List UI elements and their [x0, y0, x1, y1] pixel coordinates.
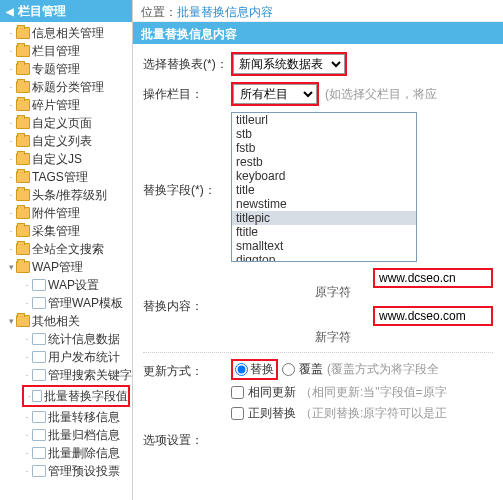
- tree-item[interactable]: ·标题分类管理: [4, 78, 132, 96]
- column-hint: (如选择父栏目，将应: [325, 86, 437, 103]
- label-options: 选项设置：: [143, 428, 231, 449]
- tree-item[interactable]: ·统计信息数据: [20, 330, 132, 348]
- tree-item[interactable]: ·碎片管理: [4, 96, 132, 114]
- nav-tree: ·信息相关管理·栏目管理·专题管理·标题分类管理·碎片管理·自定义页面·自定义列…: [0, 22, 132, 482]
- label-content: 替换内容：: [143, 268, 231, 315]
- tree-item[interactable]: ·自定义列表: [4, 132, 132, 150]
- label-update: 更新方式：: [143, 359, 231, 380]
- new-char-input[interactable]: [373, 306, 493, 326]
- panel-title: 批量替换信息内容: [133, 22, 503, 44]
- tree-item[interactable]: ·栏目管理: [4, 42, 132, 60]
- field-option[interactable]: newstime: [232, 197, 416, 211]
- crumb-link[interactable]: 批量替换信息内容: [177, 5, 273, 19]
- tree-item[interactable]: ▾WAP管理: [4, 258, 132, 276]
- label-field: 替换字段(*)：: [143, 112, 231, 199]
- new-char-label: 新字符: [315, 329, 359, 346]
- tree-item[interactable]: ·附件管理: [4, 204, 132, 222]
- tree-item[interactable]: ·批量归档信息: [20, 426, 132, 444]
- sidebar: ◀ 栏目管理 ·信息相关管理·栏目管理·专题管理·标题分类管理·碎片管理·自定义…: [0, 0, 133, 500]
- tree-item[interactable]: ·专题管理: [4, 60, 132, 78]
- field-option[interactable]: titleurl: [232, 113, 416, 127]
- tree-item[interactable]: ·TAGS管理: [4, 168, 132, 186]
- tree-item[interactable]: ·全站全文搜索: [4, 240, 132, 258]
- field-option[interactable]: stb: [232, 127, 416, 141]
- field-option[interactable]: title: [232, 183, 416, 197]
- label-select-table: 选择替换表(*)：: [143, 52, 231, 73]
- field-option[interactable]: titlepic: [232, 211, 416, 225]
- sidebar-header: ◀ 栏目管理: [0, 0, 132, 22]
- collapse-icon[interactable]: ◀: [6, 6, 14, 17]
- main: 位置：批量替换信息内容 批量替换信息内容 选择替换表(*)： 新闻系统数据表 操…: [133, 0, 503, 500]
- tree-item[interactable]: ▾其他相关: [4, 312, 132, 330]
- tree-item[interactable]: ·头条/推荐级别: [4, 186, 132, 204]
- chk-regex[interactable]: [231, 407, 244, 420]
- field-option[interactable]: diggtop: [232, 253, 416, 262]
- label-column: 操作栏目：: [143, 82, 231, 103]
- field-option[interactable]: fstb: [232, 141, 416, 155]
- tree-item[interactable]: ·管理预设投票: [20, 462, 132, 480]
- sidebar-title: 栏目管理: [18, 3, 66, 20]
- tree-item[interactable]: ·WAP设置: [20, 276, 132, 294]
- old-char-label: 原字符: [315, 284, 359, 301]
- field-listbox[interactable]: titleurlstbfstbrestbkeyboardtitlenewstim…: [231, 112, 417, 262]
- tree-item[interactable]: ·信息相关管理: [4, 24, 132, 42]
- chk-same-update[interactable]: [231, 386, 244, 399]
- field-option[interactable]: ftitle: [232, 225, 416, 239]
- tree-item[interactable]: ·批量转移信息: [20, 408, 132, 426]
- field-option[interactable]: smalltext: [232, 239, 416, 253]
- field-option[interactable]: keyboard: [232, 169, 416, 183]
- tree-item[interactable]: ·管理搜索关键字: [20, 366, 132, 384]
- radio-overwrite[interactable]: [282, 363, 295, 376]
- radio-replace[interactable]: [235, 363, 248, 376]
- tree-item[interactable]: ·自定义页面: [4, 114, 132, 132]
- old-char-input[interactable]: [373, 268, 493, 288]
- select-column[interactable]: 所有栏目: [233, 84, 317, 104]
- tree-item[interactable]: ·采集管理: [4, 222, 132, 240]
- tree-item[interactable]: ·管理WAP模板: [20, 294, 132, 312]
- field-option[interactable]: restb: [232, 155, 416, 169]
- tree-item[interactable]: ·自定义JS: [4, 150, 132, 168]
- form: 选择替换表(*)： 新闻系统数据表 操作栏目： 所有栏目: [133, 44, 503, 463]
- tree-item[interactable]: ·用户发布统计: [20, 348, 132, 366]
- breadcrumb: 位置：批量替换信息内容: [133, 0, 503, 22]
- tree-item[interactable]: ·批量删除信息: [20, 444, 132, 462]
- tree-item[interactable]: ·批量替换字段值: [22, 385, 130, 407]
- select-table[interactable]: 新闻系统数据表: [233, 54, 345, 74]
